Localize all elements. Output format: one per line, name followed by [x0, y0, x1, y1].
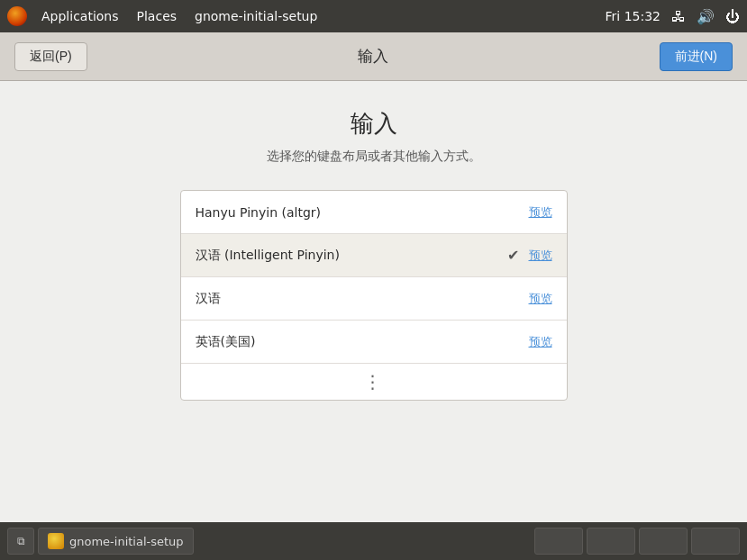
input-row-hanyu-pinyin[interactable]: Hanyu Pinyin (altgr) 预览	[181, 191, 567, 234]
more-dots-icon: ⋮	[364, 373, 384, 391]
input-label-chinese: 汉语	[196, 291, 529, 307]
page-subtitle: 选择您的键盘布局或者其他输入方式。	[267, 149, 481, 165]
input-label-hanyu-pinyin: Hanyu Pinyin (altgr)	[196, 205, 529, 220]
taskbar-show-desktop-button[interactable]: ⧉	[7, 528, 34, 555]
more-options-row[interactable]: ⋮	[181, 364, 567, 400]
clock: Fri 15:32	[606, 9, 660, 23]
menubar-places[interactable]: Places	[128, 5, 187, 27]
input-row-chinese[interactable]: 汉语 预览	[181, 277, 567, 321]
input-row-english-us[interactable]: 英语(美国) 预览	[181, 321, 567, 364]
taskbar-right-box-2[interactable]	[587, 528, 635, 555]
taskbar-right-box-1[interactable]	[534, 528, 583, 555]
preview-link-hanyu-pinyin[interactable]: 预览	[529, 204, 552, 221]
input-label-intelligent-pinyin: 汉语 (Intelligent Pinyin)	[196, 248, 508, 264]
main-content: 输入 选择您的键盘布局或者其他输入方式。 Hanyu Pinyin (altgr…	[0, 81, 747, 522]
taskbar-right-boxes	[534, 528, 740, 555]
preview-link-intelligent-pinyin[interactable]: 预览	[529, 248, 552, 264]
network-icon[interactable]: 🖧	[671, 8, 686, 25]
taskbar-right-box-3[interactable]	[639, 528, 688, 555]
next-button[interactable]: 前进(N)	[660, 42, 733, 71]
preview-link-english-us[interactable]: 预览	[529, 334, 552, 350]
menubar: Applications Places gnome-initial-setup …	[0, 0, 747, 32]
toolbar: 返回(P) 输入 前进(N)	[0, 32, 747, 81]
volume-icon[interactable]: 🔊	[697, 8, 715, 25]
menubar-applications[interactable]: Applications	[32, 5, 128, 27]
page-heading: 输入	[351, 108, 397, 140]
check-icon-intelligent-pinyin: ✔	[507, 247, 519, 264]
taskbar-app-label: gnome-initial-setup	[69, 535, 184, 548]
toolbar-title: 输入	[87, 46, 660, 67]
input-row-intelligent-pinyin[interactable]: 汉语 (Intelligent Pinyin) ✔ 预览	[181, 234, 567, 277]
back-button[interactable]: 返回(P)	[14, 42, 87, 71]
taskbar: ⧉ gnome-initial-setup	[0, 522, 747, 560]
menubar-right: Fri 15:32 🖧 🔊 ⏻	[606, 8, 740, 25]
menubar-app-name[interactable]: gnome-initial-setup	[186, 5, 326, 27]
taskbar-right-box-4[interactable]	[691, 528, 740, 555]
preview-link-chinese[interactable]: 预览	[529, 291, 552, 307]
taskbar-app-button[interactable]: gnome-initial-setup	[38, 528, 194, 555]
input-label-english-us: 英语(美国)	[196, 334, 529, 350]
taskbar-app-icon	[48, 533, 64, 549]
power-icon[interactable]: ⏻	[725, 8, 740, 25]
gnome-logo	[7, 6, 27, 26]
input-panel: Hanyu Pinyin (altgr) 预览 汉语 (Intelligent …	[180, 190, 568, 401]
